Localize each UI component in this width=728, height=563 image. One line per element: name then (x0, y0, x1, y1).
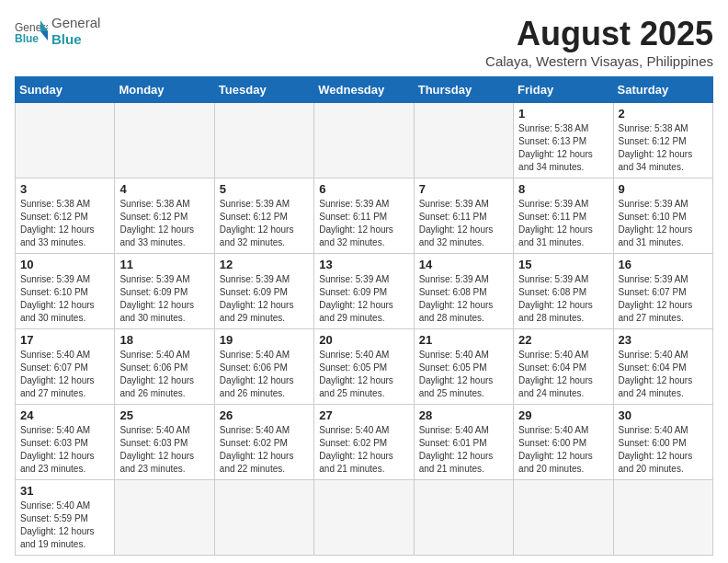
day-info: Sunrise: 5:39 AM Sunset: 6:09 PM Dayligh… (220, 273, 309, 325)
day-number: 23 (619, 333, 708, 347)
day-number: 27 (319, 408, 408, 422)
day-info: Sunrise: 5:40 AM Sunset: 6:01 PM Dayligh… (419, 424, 508, 476)
day-info: Sunrise: 5:40 AM Sunset: 6:06 PM Dayligh… (119, 349, 209, 400)
calendar-header-row: SundayMondayTuesdayWednesdayThursdayFrid… (16, 77, 713, 103)
calendar-cell: 29Sunrise: 5:40 AM Sunset: 6:00 PM Dayli… (514, 405, 613, 480)
day-number: 21 (419, 333, 508, 347)
day-number: 9 (619, 182, 708, 196)
calendar-week-1: 1Sunrise: 5:38 AM Sunset: 6:13 PM Daylig… (16, 103, 713, 178)
weekday-header-monday: Monday (115, 77, 214, 103)
calendar-cell (214, 103, 313, 178)
day-info: Sunrise: 5:39 AM Sunset: 6:10 PM Dayligh… (619, 198, 708, 249)
calendar-cell: 13Sunrise: 5:39 AM Sunset: 6:09 PM Dayli… (314, 254, 414, 329)
calendar-cell: 16Sunrise: 5:39 AM Sunset: 6:07 PM Dayli… (613, 254, 712, 329)
day-number: 11 (119, 258, 209, 271)
day-info: Sunrise: 5:40 AM Sunset: 5:59 PM Dayligh… (20, 500, 109, 551)
calendar-week-3: 10Sunrise: 5:39 AM Sunset: 6:10 PM Dayli… (16, 254, 713, 329)
svg-marker-3 (40, 31, 48, 40)
page-header: General Blue General Blue August 2025 Ca… (15, 15, 713, 69)
day-number: 2 (619, 107, 708, 121)
day-info: Sunrise: 5:40 AM Sunset: 6:04 PM Dayligh… (518, 349, 608, 400)
day-number: 19 (220, 333, 309, 347)
logo-blue-text: Blue (51, 31, 100, 48)
logo-icon: General Blue (15, 18, 48, 44)
day-info: Sunrise: 5:40 AM Sunset: 6:06 PM Dayligh… (220, 349, 309, 400)
month-title: August 2025 (485, 15, 713, 53)
calendar-cell (314, 480, 414, 556)
calendar-cell: 21Sunrise: 5:40 AM Sunset: 6:05 PM Dayli… (414, 329, 513, 405)
calendar-cell: 31Sunrise: 5:40 AM Sunset: 5:59 PM Dayli… (16, 480, 115, 556)
calendar-cell: 26Sunrise: 5:40 AM Sunset: 6:02 PM Dayli… (214, 405, 313, 480)
calendar-cell: 10Sunrise: 5:39 AM Sunset: 6:10 PM Dayli… (16, 254, 115, 329)
calendar-cell (115, 103, 214, 178)
logo: General Blue General Blue (15, 15, 100, 48)
day-number: 28 (419, 408, 508, 422)
day-info: Sunrise: 5:40 AM Sunset: 6:00 PM Dayligh… (518, 424, 608, 476)
day-info: Sunrise: 5:40 AM Sunset: 6:04 PM Dayligh… (619, 349, 708, 400)
day-info: Sunrise: 5:39 AM Sunset: 6:09 PM Dayligh… (119, 273, 209, 325)
calendar-cell: 25Sunrise: 5:40 AM Sunset: 6:03 PM Dayli… (115, 405, 214, 480)
calendar-cell: 2Sunrise: 5:38 AM Sunset: 6:12 PM Daylig… (613, 103, 712, 178)
day-number: 8 (518, 182, 608, 196)
day-number: 25 (119, 408, 209, 422)
calendar-cell: 6Sunrise: 5:39 AM Sunset: 6:11 PM Daylig… (314, 178, 414, 254)
day-info: Sunrise: 5:39 AM Sunset: 6:12 PM Dayligh… (220, 198, 309, 249)
calendar-cell: 18Sunrise: 5:40 AM Sunset: 6:06 PM Dayli… (115, 329, 214, 405)
location-subtitle: Calaya, Western Visayas, Philippines (485, 53, 713, 69)
calendar-cell (115, 480, 214, 556)
day-number: 6 (319, 182, 408, 196)
calendar-cell (314, 103, 414, 178)
calendar-cell: 15Sunrise: 5:39 AM Sunset: 6:08 PM Dayli… (514, 254, 613, 329)
day-info: Sunrise: 5:40 AM Sunset: 6:05 PM Dayligh… (319, 349, 408, 400)
day-info: Sunrise: 5:40 AM Sunset: 6:07 PM Dayligh… (20, 349, 109, 400)
day-number: 4 (119, 182, 209, 196)
calendar-cell: 27Sunrise: 5:40 AM Sunset: 6:02 PM Dayli… (314, 405, 414, 480)
day-info: Sunrise: 5:39 AM Sunset: 6:11 PM Dayligh… (419, 198, 508, 249)
calendar-cell: 4Sunrise: 5:38 AM Sunset: 6:12 PM Daylig… (115, 178, 214, 254)
calendar-cell: 11Sunrise: 5:39 AM Sunset: 6:09 PM Dayli… (115, 254, 214, 329)
calendar-cell (414, 480, 513, 556)
calendar-cell (214, 480, 313, 556)
day-number: 15 (518, 258, 608, 271)
day-info: Sunrise: 5:39 AM Sunset: 6:11 PM Dayligh… (319, 198, 408, 249)
day-info: Sunrise: 5:39 AM Sunset: 6:10 PM Dayligh… (20, 273, 109, 325)
calendar-cell: 12Sunrise: 5:39 AM Sunset: 6:09 PM Dayli… (214, 254, 313, 329)
day-number: 16 (619, 258, 708, 271)
weekday-header-wednesday: Wednesday (314, 77, 414, 103)
calendar-cell: 3Sunrise: 5:38 AM Sunset: 6:12 PM Daylig… (16, 178, 115, 254)
calendar-cell: 23Sunrise: 5:40 AM Sunset: 6:04 PM Dayli… (613, 329, 712, 405)
weekday-header-thursday: Thursday (414, 77, 513, 103)
day-number: 30 (619, 408, 708, 422)
day-info: Sunrise: 5:39 AM Sunset: 6:09 PM Dayligh… (319, 273, 408, 325)
logo-general-text: General (51, 15, 100, 31)
calendar-week-5: 24Sunrise: 5:40 AM Sunset: 6:03 PM Dayli… (16, 405, 713, 480)
calendar-cell: 20Sunrise: 5:40 AM Sunset: 6:05 PM Dayli… (314, 329, 414, 405)
day-info: Sunrise: 5:39 AM Sunset: 6:11 PM Dayligh… (518, 198, 608, 249)
calendar-cell: 28Sunrise: 5:40 AM Sunset: 6:01 PM Dayli… (414, 405, 513, 480)
calendar-cell: 17Sunrise: 5:40 AM Sunset: 6:07 PM Dayli… (16, 329, 115, 405)
calendar-cell: 19Sunrise: 5:40 AM Sunset: 6:06 PM Dayli… (214, 329, 313, 405)
weekday-header-sunday: Sunday (16, 77, 115, 103)
day-number: 12 (220, 258, 309, 271)
calendar-cell (414, 103, 513, 178)
weekday-header-friday: Friday (514, 77, 613, 103)
calendar-week-4: 17Sunrise: 5:40 AM Sunset: 6:07 PM Dayli… (16, 329, 713, 405)
calendar-cell: 9Sunrise: 5:39 AM Sunset: 6:10 PM Daylig… (613, 178, 712, 254)
day-info: Sunrise: 5:39 AM Sunset: 6:07 PM Dayligh… (619, 273, 708, 325)
calendar-cell: 14Sunrise: 5:39 AM Sunset: 6:08 PM Dayli… (414, 254, 513, 329)
day-info: Sunrise: 5:40 AM Sunset: 6:02 PM Dayligh… (319, 424, 408, 476)
day-info: Sunrise: 5:38 AM Sunset: 6:12 PM Dayligh… (119, 198, 209, 249)
day-number: 26 (220, 408, 309, 422)
day-number: 7 (419, 182, 508, 196)
day-number: 20 (319, 333, 408, 347)
day-number: 31 (20, 484, 109, 498)
calendar-cell: 30Sunrise: 5:40 AM Sunset: 6:00 PM Dayli… (613, 405, 712, 480)
day-number: 17 (20, 333, 109, 347)
calendar-week-6: 31Sunrise: 5:40 AM Sunset: 5:59 PM Dayli… (16, 480, 713, 556)
day-info: Sunrise: 5:39 AM Sunset: 6:08 PM Dayligh… (419, 273, 508, 325)
day-number: 3 (20, 182, 109, 196)
day-info: Sunrise: 5:40 AM Sunset: 6:05 PM Dayligh… (419, 349, 508, 400)
calendar-cell: 1Sunrise: 5:38 AM Sunset: 6:13 PM Daylig… (514, 103, 613, 178)
day-info: Sunrise: 5:38 AM Sunset: 6:13 PM Dayligh… (518, 122, 608, 174)
day-number: 1 (518, 107, 608, 121)
